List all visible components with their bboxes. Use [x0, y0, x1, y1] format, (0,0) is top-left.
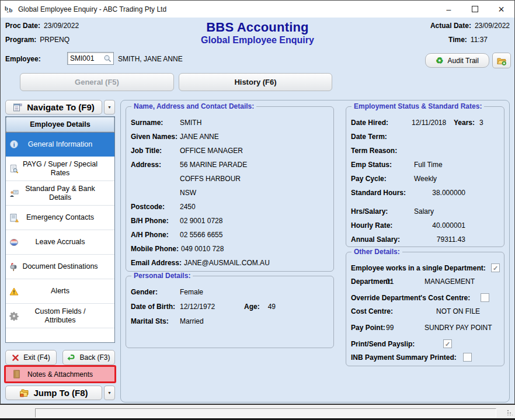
- folder-plus-icon: [497, 56, 506, 65]
- override-cost-centre-checkbox[interactable]: [481, 293, 489, 302]
- tab-history[interactable]: History (F6): [179, 73, 332, 91]
- maximize-button[interactable]: [462, 1, 488, 18]
- sidebar-item-standard-pay-bank-details[interactable]: Standard Pay & Bank Details: [6, 181, 114, 206]
- sidebar-item-payg-super-special-rates[interactable]: PAYG / Super / Special Rates: [6, 157, 114, 181]
- single-department-checkbox[interactable]: ✓: [491, 263, 500, 272]
- notes-attachments-button[interactable]: Notes & Attachments: [4, 365, 116, 383]
- department-name: MANAGEMENT: [424, 277, 475, 286]
- field-value: 79311.43: [412, 235, 465, 244]
- folders-icon: [19, 388, 29, 398]
- actual-date-label: Actual Date:: [430, 22, 471, 30]
- cost-centre-value: NOT ON FILE: [436, 307, 480, 315]
- field-label: INB Payment Summary Printed:: [351, 353, 457, 362]
- close-icon: ×: [498, 6, 504, 12]
- background-window-strip: [0, 404, 515, 418]
- field-value: Female: [180, 288, 203, 296]
- navigate-to-label: Navigate To (F9): [27, 102, 95, 112]
- field-label: Date Hired:: [351, 119, 409, 127]
- sidebar-item-label: Custom Fields / Attributes: [20, 307, 100, 325]
- tab-general[interactable]: General (F5): [20, 73, 174, 91]
- employment-status-panel: Employment Status & Standard Rates: Date…: [346, 106, 504, 247]
- employee-name: SMITH, JANE ANNE: [118, 55, 183, 63]
- search-icon[interactable]: [103, 54, 112, 63]
- sidebar-item-leave-accruals[interactable]: Leave Accruals: [6, 230, 114, 255]
- back-label: Back (F3): [79, 353, 110, 362]
- check-icon: ✓: [445, 341, 450, 348]
- field-label: Surname:: [131, 119, 178, 127]
- field-value: 02 9001 0728: [180, 217, 222, 225]
- app-logo-icon: b s b: [5, 4, 15, 14]
- sidebar-item-alerts[interactable]: Alerts: [6, 279, 114, 304]
- minimize-button[interactable]: –: [436, 1, 462, 18]
- exit-button[interactable]: Exit (F4): [5, 350, 57, 365]
- field-value: 56 MARINE PARADE: [180, 161, 247, 169]
- field-label: Date of Birth:: [131, 303, 178, 311]
- svg-text:i: i: [13, 142, 15, 148]
- jump-to-button[interactable]: Jump To (F8): [5, 386, 102, 400]
- field-value: Weekly: [414, 175, 437, 183]
- back-button[interactable]: Back (F3): [62, 350, 115, 365]
- sidebar-item-document-destinations[interactable]: Document Destinations: [6, 255, 114, 279]
- document-warning-icon: [9, 213, 19, 223]
- notepad-icon: [13, 370, 20, 379]
- field-value: JANE ANNE: [180, 133, 219, 141]
- employment-status-legend: Employment Status & Standard Rates:: [352, 102, 484, 110]
- sidebar-item-label: Emergency Contacts: [26, 213, 94, 222]
- field-label: Term Reason:: [351, 147, 409, 155]
- audit-trail-label: Audit Trail: [448, 57, 479, 65]
- tab-history-label: History (F6): [234, 78, 276, 86]
- chevron-down-icon: ▼: [107, 391, 112, 395]
- audit-trail-button[interactable]: ♻ Audit Trail: [425, 53, 489, 68]
- field-label: Address:: [131, 161, 178, 169]
- inb-payment-summary-checkbox[interactable]: [463, 353, 472, 362]
- gear-icon: [9, 311, 19, 321]
- nav-group-header: Employee Details: [6, 117, 114, 132]
- field-value: OFFICE MANAGER: [180, 147, 243, 155]
- sidebar-item-emergency-contacts[interactable]: Emergency Contacts: [6, 206, 114, 230]
- field-label: Pay Cycle:: [351, 175, 409, 183]
- sidebar-item-label: Alerts: [51, 287, 69, 296]
- field-label: Given Names:: [131, 133, 178, 141]
- personal-details-legend: Personal Details:: [131, 272, 193, 280]
- window-title: Global Employee Enquiry - ABC Trading Pt…: [18, 5, 166, 13]
- field-label: Pay Point:: [351, 324, 385, 332]
- other-details-legend: Other Details:: [352, 248, 402, 256]
- resize-grip[interactable]: [507, 409, 513, 415]
- field-value: 38.000000: [412, 189, 465, 197]
- field-value: SMITH: [180, 119, 201, 127]
- field-value: NSW: [180, 189, 196, 197]
- close-button[interactable]: ×: [488, 1, 514, 18]
- chevron-down-icon: ▼: [107, 105, 112, 109]
- field-label: Emp Status:: [351, 161, 409, 169]
- check-icon: ✓: [493, 265, 498, 272]
- actual-date-row: Actual Date: 23/09/2022: [430, 22, 510, 30]
- employee-code-input[interactable]: SMI001: [67, 52, 114, 65]
- pay-point-code: 99: [386, 324, 394, 332]
- person-card-icon: [9, 189, 19, 198]
- navigate-to-button[interactable]: Navigate To (F9): [5, 100, 102, 114]
- sidebar-item-label: PAYG / Super / Special Rates: [20, 160, 100, 178]
- mailbox-icon: [9, 262, 19, 272]
- field-label: Print/Send Payslip:: [351, 340, 415, 348]
- info-icon: i: [9, 140, 19, 149]
- red-x-icon: [12, 354, 19, 362]
- attachments-button[interactable]: [492, 53, 511, 68]
- jump-to-dropdown-button[interactable]: ▼: [104, 386, 115, 400]
- print-send-payslip-checkbox[interactable]: ✓: [443, 339, 452, 348]
- sidebar-item-label: General Information: [28, 140, 92, 149]
- tab-general-label: General (F5): [75, 78, 119, 86]
- sphere-icon: [9, 238, 19, 247]
- navigate-to-dropdown-button[interactable]: ▼: [104, 100, 115, 114]
- svg-text:b: b: [9, 7, 12, 13]
- field-label: Marital Sts:: [131, 317, 178, 325]
- jump-to-label: Jump To (F8): [33, 388, 88, 398]
- field-value: JANE@AUSMAIL.COM.AU: [184, 259, 270, 267]
- sidebar-item-general-information[interactable]: i General Information: [6, 132, 114, 157]
- sidebar-item-custom-fields-attributes[interactable]: Custom Fields / Attributes: [6, 304, 114, 328]
- time-row: Time: 11:37: [448, 36, 488, 44]
- pay-point-name: SUNDRY PAY POINT: [424, 324, 492, 332]
- field-label: A/H Phone:: [131, 231, 178, 239]
- exit-label: Exit (F4): [23, 353, 50, 362]
- maximize-icon: [472, 6, 478, 12]
- minimize-icon: –: [447, 5, 451, 14]
